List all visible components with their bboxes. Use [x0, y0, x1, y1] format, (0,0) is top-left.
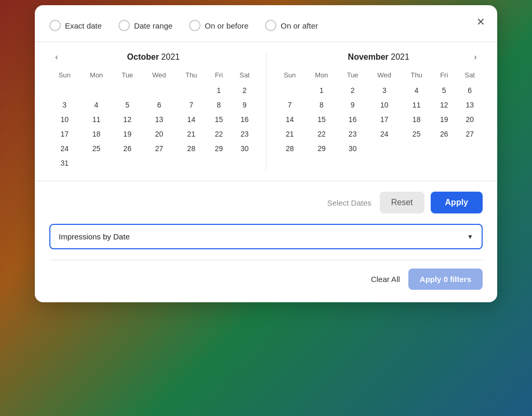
date-range-radio[interactable] [118, 20, 130, 31]
calendar-day[interactable]: 28 [177, 141, 206, 156]
calendar-day[interactable]: 9 [338, 98, 367, 112]
calendar-day[interactable]: 13 [142, 112, 177, 127]
calendar-day[interactable]: 27 [142, 141, 177, 156]
calendar-day[interactable]: 31 [49, 156, 80, 170]
calendar-day[interactable]: 26 [113, 141, 141, 156]
calendar-day[interactable]: 18 [80, 127, 113, 141]
calendar-day[interactable]: 24 [367, 127, 402, 141]
calendar-day[interactable]: 17 [49, 127, 80, 141]
calendar-day[interactable]: 12 [113, 112, 141, 127]
apply-filters-button[interactable]: Apply 0 filters [408, 269, 483, 290]
on-or-before-option[interactable]: On or before [189, 20, 248, 31]
calendar-day[interactable]: 1 [206, 83, 231, 98]
calendar-day[interactable]: 7 [275, 98, 305, 112]
calendar-day[interactable]: 14 [177, 112, 206, 127]
right-weekday-mon: Mon [305, 69, 338, 83]
calendar-day[interactable]: 27 [457, 127, 483, 141]
calendar-day[interactable]: 12 [431, 98, 457, 112]
calendar-day[interactable]: 22 [305, 127, 338, 141]
calendar-day[interactable]: 16 [232, 112, 258, 127]
right-calendar-body: 1234567891011121314151617181920212223242… [275, 83, 483, 162]
exact-date-label: Exact date [65, 21, 102, 30]
calendar-day[interactable]: 6 [457, 83, 483, 98]
calendar-day[interactable]: 8 [305, 98, 338, 112]
left-calendar-header: ‹ October 2021 [49, 52, 258, 62]
apply-button[interactable]: Apply [431, 192, 483, 213]
left-weekday-wed: Wed [142, 69, 177, 83]
calendar-day[interactable]: 3 [49, 98, 80, 112]
on-or-after-option[interactable]: On or after [265, 20, 318, 31]
calendar-day[interactable]: 20 [142, 127, 177, 141]
calendar-day[interactable]: 5 [113, 98, 141, 112]
close-button[interactable]: ✕ [472, 14, 489, 30]
calendar-day[interactable]: 15 [305, 112, 338, 127]
calendar-day[interactable]: 10 [49, 112, 80, 127]
footer-row: Clear All Apply 0 filters [49, 260, 483, 290]
table-row: 17181920212223 [49, 127, 258, 141]
calendar-day[interactable]: 2 [338, 83, 367, 98]
right-weekday-tue: Tue [338, 69, 367, 83]
exact-date-radio[interactable] [49, 20, 61, 31]
calendar-day[interactable]: 6 [142, 98, 177, 112]
left-weekday-sat: Sat [232, 69, 258, 83]
impressions-dropdown[interactable]: Impressions by Date ▼ [49, 224, 483, 249]
calendar-day[interactable]: 18 [402, 112, 431, 127]
right-weekday-fri: Fri [431, 69, 457, 83]
reset-button[interactable]: Reset [380, 192, 424, 213]
left-weekday-thu: Thu [177, 69, 206, 83]
table-row: 78910111213 [275, 98, 483, 112]
calendar-day[interactable]: 25 [402, 127, 431, 141]
calendar-day[interactable]: 23 [232, 127, 258, 141]
calendar-day[interactable]: 11 [80, 112, 113, 127]
calendar-day[interactable]: 30 [232, 141, 258, 156]
calendar-day[interactable]: 8 [206, 98, 231, 112]
action-row: Select Dates Reset Apply [49, 192, 483, 213]
calendar-day[interactable]: 4 [80, 98, 113, 112]
left-weekday-sun: Sun [49, 69, 80, 83]
calendar-day[interactable]: 3 [367, 83, 402, 98]
next-month-button[interactable]: › [468, 50, 483, 64]
left-weekday-tue: Tue [113, 69, 141, 83]
calendar-day[interactable]: 9 [232, 98, 258, 112]
calendar-day[interactable]: 24 [49, 141, 80, 156]
calendar-day[interactable]: 5 [431, 83, 457, 98]
calendar-day[interactable]: 4 [402, 83, 431, 98]
calendar-day[interactable]: 29 [206, 141, 231, 156]
on-or-after-radio[interactable] [265, 20, 276, 31]
clear-all-button[interactable]: Clear All [371, 275, 400, 284]
calendar-day[interactable]: 19 [431, 112, 457, 127]
calendars-container: ‹ October 2021 Sun Mon Tue Wed Thu Fri [49, 52, 483, 170]
calendar-day [80, 83, 113, 98]
calendar-day[interactable]: 20 [457, 112, 483, 127]
calendar-day[interactable]: 10 [367, 98, 402, 112]
exact-date-option[interactable]: Exact date [49, 20, 102, 31]
calendar-day[interactable]: 13 [457, 98, 483, 112]
calendar-day[interactable]: 21 [177, 127, 206, 141]
calendar-day[interactable]: 7 [177, 98, 206, 112]
calendar-day[interactable]: 2 [232, 83, 258, 98]
calendar-day[interactable]: 25 [80, 141, 113, 156]
table-row: 12 [49, 83, 258, 98]
prev-month-button[interactable]: ‹ [49, 50, 64, 64]
date-filter-options: Exact date Date range On or before On or… [49, 20, 483, 31]
right-month: November [348, 52, 389, 61]
calendar-day[interactable]: 26 [431, 127, 457, 141]
calendar-day[interactable]: 11 [402, 98, 431, 112]
on-or-before-radio[interactable] [189, 20, 201, 31]
calendar-day[interactable]: 28 [275, 141, 305, 156]
calendar-day[interactable]: 22 [206, 127, 231, 141]
calendar-day[interactable]: 21 [275, 127, 305, 141]
calendar-day[interactable]: 17 [367, 112, 402, 127]
calendar-day[interactable]: 23 [338, 127, 367, 141]
calendar-day [177, 83, 206, 98]
calendar-day[interactable]: 29 [305, 141, 338, 156]
calendar-day [457, 156, 483, 162]
calendar-day[interactable]: 16 [338, 112, 367, 127]
left-weekday-mon: Mon [80, 69, 113, 83]
calendar-day[interactable]: 19 [113, 127, 141, 141]
calendar-day[interactable]: 1 [305, 83, 338, 98]
calendar-day[interactable]: 15 [206, 112, 231, 127]
date-range-option[interactable]: Date range [118, 20, 172, 31]
calendar-day[interactable]: 14 [275, 112, 305, 127]
calendar-day[interactable]: 30 [338, 141, 367, 156]
